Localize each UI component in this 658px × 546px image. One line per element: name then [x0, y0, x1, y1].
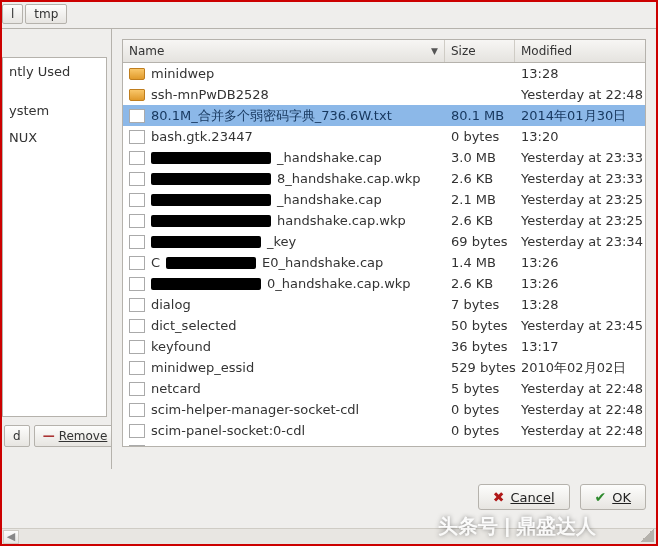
file-size: 2.6 KB	[445, 171, 515, 186]
file-name-suffix: 0_handshake.cap.wkp	[267, 276, 411, 291]
file-modified: Yesterday at 23:33	[515, 171, 645, 186]
file-modified: Yesterday at 22:48	[515, 402, 645, 417]
file-icon	[129, 130, 145, 144]
table-row[interactable]: _key69 bytesYesterday at 23:34	[123, 231, 645, 252]
file-icon	[129, 340, 145, 354]
table-row[interactable]: scim-panel-socket:0-cdl0 bytesYesterday …	[123, 420, 645, 441]
file-size: 0 bytes	[445, 423, 515, 438]
file-name: 80.1M_合并多个弱密码字典_736.6W.txt	[151, 107, 392, 125]
cancel-button[interactable]: ✖ Cancel	[478, 484, 570, 510]
file-size: 69 bytes	[445, 234, 515, 249]
add-place-button[interactable]: d	[4, 425, 30, 447]
file-name: dialog	[151, 297, 191, 312]
tab-scroll-left[interactable]: ◀	[3, 530, 19, 544]
table-row[interactable]: scim-socket-frontend-cdl0 bytesYesterday…	[123, 441, 645, 447]
resize-grip-icon[interactable]	[640, 528, 654, 542]
table-row[interactable]: 0_handshake.cap.wkp2.6 KB13:26	[123, 273, 645, 294]
file-size: 3.0 MB	[445, 150, 515, 165]
file-name: scim-panel-socket:0-cdl	[151, 423, 305, 438]
file-size: 5 bytes	[445, 381, 515, 396]
file-modified: 13:28	[515, 297, 645, 312]
file-size: 2.6 KB	[445, 213, 515, 228]
table-row[interactable]: keyfound36 bytes13:17	[123, 336, 645, 357]
table-row[interactable]: 8_handshake.cap.wkp2.6 KBYesterday at 23…	[123, 168, 645, 189]
file-size: 50 bytes	[445, 318, 515, 333]
path-bar: l tmp	[2, 2, 656, 29]
column-header-name[interactable]: Name ▼	[123, 40, 445, 62]
file-icon	[129, 214, 145, 228]
file-name-prefix: C	[151, 255, 160, 270]
crumb-prev[interactable]: l	[2, 4, 23, 24]
places-sidebar: ntly Used ystem NUX d —Remove	[2, 29, 112, 469]
table-row[interactable]: minidwep13:28	[123, 63, 645, 84]
redacted-text	[151, 194, 271, 206]
file-size: 0 bytes	[445, 129, 515, 144]
place-nux[interactable]: NUX	[3, 124, 106, 151]
folder-icon	[129, 89, 145, 101]
file-modified: 13:26	[515, 276, 645, 291]
file-name-suffix: 8_handshake.cap.wkp	[277, 171, 421, 186]
file-size: 0 bytes	[445, 444, 515, 447]
file-list[interactable]: Name ▼ Size Modified minidwep13:28ssh-mn…	[122, 39, 646, 447]
file-icon	[129, 193, 145, 207]
minus-icon: —	[43, 429, 55, 443]
table-row[interactable]: handshake.cap.wkp2.6 KBYesterday at 23:2…	[123, 210, 645, 231]
dialog-button-bar: ✖ Cancel ✔ OK	[478, 484, 646, 510]
table-row[interactable]: dialog7 bytes13:28	[123, 294, 645, 315]
places-list: ntly Used ystem NUX	[2, 57, 107, 417]
table-row[interactable]: CE0_handshake.cap1.4 MB13:26	[123, 252, 645, 273]
file-name: minidwep_essid	[151, 360, 254, 375]
file-size: 2.6 KB	[445, 276, 515, 291]
table-row[interactable]: minidwep_essid529 bytes2010年02月02日	[123, 357, 645, 378]
place-blank[interactable]	[3, 85, 106, 97]
column-header-size[interactable]: Size	[445, 40, 515, 62]
file-icon	[129, 256, 145, 270]
file-icon	[129, 424, 145, 438]
file-list-header: Name ▼ Size Modified	[123, 40, 645, 63]
file-modified: 13:28	[515, 66, 645, 81]
redacted-text	[151, 152, 271, 164]
redacted-text	[151, 215, 271, 227]
file-name: minidwep	[151, 66, 214, 81]
file-name: dict_selected	[151, 318, 236, 333]
table-row[interactable]: netcard5 bytesYesterday at 22:48	[123, 378, 645, 399]
place-system[interactable]: ystem	[3, 97, 106, 124]
file-name-suffix: handshake.cap.wkp	[277, 213, 406, 228]
redacted-text	[151, 278, 261, 290]
table-row[interactable]: 80.1M_合并多个弱密码字典_736.6W.txt80.1 MB2014年01…	[123, 105, 645, 126]
table-row[interactable]: _handshake.cap3.0 MBYesterday at 23:33	[123, 147, 645, 168]
file-modified: 13:20	[515, 129, 645, 144]
file-name-suffix: E0_handshake.cap	[262, 255, 383, 270]
ok-button[interactable]: ✔ OK	[580, 484, 647, 510]
file-name: bash.gtk.23447	[151, 129, 253, 144]
file-modified: 2014年01月30日	[515, 107, 645, 125]
folder-icon	[129, 68, 145, 80]
file-modified: Yesterday at 22:48	[515, 444, 645, 447]
file-size: 7 bytes	[445, 297, 515, 312]
file-name-suffix: _handshake.cap	[277, 150, 382, 165]
file-name: keyfound	[151, 339, 211, 354]
file-icon	[129, 172, 145, 186]
file-size: 80.1 MB	[445, 108, 515, 123]
file-name-suffix: _handshake.cap	[277, 192, 382, 207]
redacted-text	[151, 173, 271, 185]
remove-place-button[interactable]: —Remove	[34, 425, 112, 447]
table-row[interactable]: dict_selected50 bytesYesterday at 23:45	[123, 315, 645, 336]
file-modified: Yesterday at 22:48	[515, 87, 645, 102]
file-modified: Yesterday at 23:45	[515, 318, 645, 333]
file-size: 1.4 MB	[445, 255, 515, 270]
table-row[interactable]: bash.gtk.234470 bytes13:20	[123, 126, 645, 147]
file-modified: Yesterday at 23:25	[515, 213, 645, 228]
file-modified: Yesterday at 23:33	[515, 150, 645, 165]
table-row[interactable]: _handshake.cap2.1 MBYesterday at 23:25	[123, 189, 645, 210]
crumb-tmp[interactable]: tmp	[25, 4, 67, 24]
table-row[interactable]: scim-helper-manager-socket-cdl0 bytesYes…	[123, 399, 645, 420]
file-icon	[129, 382, 145, 396]
place-recently-used[interactable]: ntly Used	[3, 58, 106, 85]
file-modified: Yesterday at 22:48	[515, 381, 645, 396]
file-icon	[129, 298, 145, 312]
file-name-suffix: _key	[267, 234, 296, 249]
column-header-modified[interactable]: Modified	[515, 40, 645, 62]
table-row[interactable]: ssh-mnPwDB2528Yesterday at 22:48	[123, 84, 645, 105]
file-modified: Yesterday at 22:48	[515, 423, 645, 438]
